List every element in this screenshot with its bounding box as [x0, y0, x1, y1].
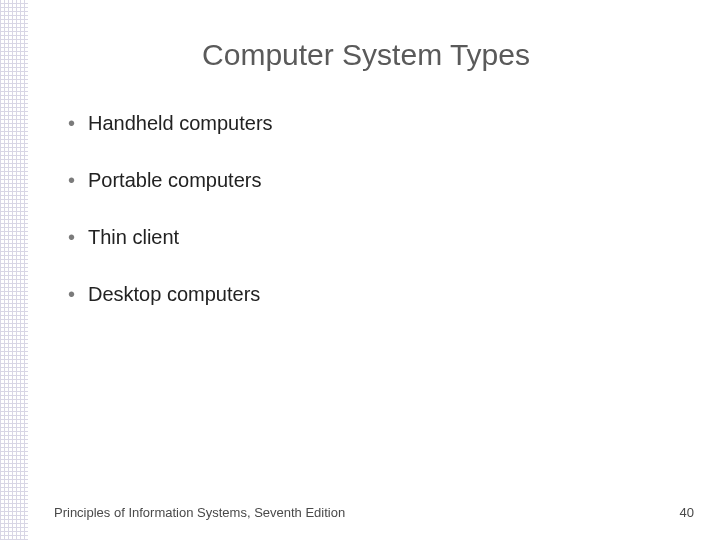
- list-item: Thin client: [68, 226, 672, 249]
- slide: Computer System Types Handheld computers…: [0, 0, 720, 540]
- slide-title: Computer System Types: [60, 38, 672, 72]
- list-item: Portable computers: [68, 169, 672, 192]
- bullet-list: Handheld computers Portable computers Th…: [60, 112, 672, 306]
- page-number: 40: [680, 505, 694, 520]
- list-item: Handheld computers: [68, 112, 672, 135]
- footer-text: Principles of Information Systems, Seven…: [54, 505, 345, 520]
- list-item: Desktop computers: [68, 283, 672, 306]
- slide-footer: Principles of Information Systems, Seven…: [54, 505, 694, 520]
